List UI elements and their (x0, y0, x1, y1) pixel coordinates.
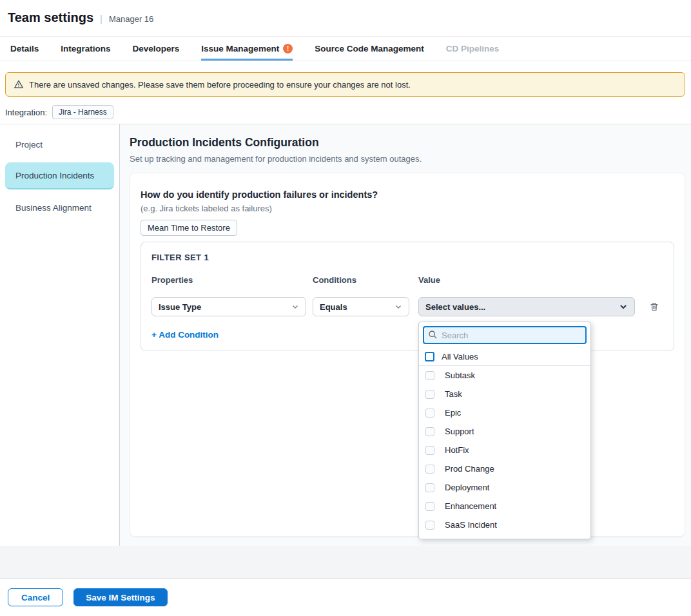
tab-label: Developers (133, 44, 180, 53)
tab-cd-pipelines: CD Pipelines (446, 37, 500, 61)
option-support[interactable]: Support (419, 422, 590, 441)
chevron-down-icon (619, 302, 628, 311)
sidebar-item-business-alignment[interactable]: Business Alignment (5, 194, 114, 221)
tab-integrations[interactable]: Integrations (61, 37, 110, 61)
filter-set-title: FILTER SET 1 (151, 253, 663, 262)
tab-details[interactable]: Details (10, 37, 39, 61)
checkbox-icon[interactable] (425, 502, 434, 511)
checkbox-icon[interactable] (425, 539, 434, 540)
option-hotfix[interactable]: HotFix (419, 441, 590, 459)
option-subtask[interactable]: Subtask (419, 366, 590, 385)
option-prod-change[interactable]: Prod Change (419, 459, 590, 478)
option-deployment[interactable]: Deployment (419, 478, 590, 497)
sidebar-item-label: Business Alignment (15, 203, 92, 213)
value-multiselect[interactable]: Select values... (418, 297, 635, 316)
title-divider: | (100, 13, 102, 24)
filter-set-1: FILTER SET 1 Properties Conditions Value… (141, 242, 674, 351)
value-column-header: Value (418, 275, 635, 285)
add-condition-button[interactable]: + Add Condition (151, 330, 219, 340)
conditions-column-header: Conditions (313, 275, 409, 285)
metric-chip: Mean Time to Restore (141, 220, 237, 236)
property-select[interactable]: Issue Type (151, 297, 306, 316)
cancel-button[interactable]: Cancel (8, 588, 63, 606)
option-epic[interactable]: Epic (419, 403, 590, 422)
sidebar-item-project[interactable]: Project (5, 131, 114, 158)
checkbox-icon[interactable] (425, 465, 434, 474)
option-label: Support (445, 427, 474, 436)
integration-chip: Jira - Harness (52, 105, 113, 119)
config-question: How do you identify production failures … (141, 189, 674, 200)
tab-bar: Details Integrations Developers Issue Ma… (0, 37, 691, 61)
option-customer-notification[interactable]: Customer Notification (419, 534, 590, 539)
tab-label: Details (10, 44, 39, 53)
properties-column-header: Properties (151, 275, 306, 285)
filter-column-headers: Properties Conditions Value (151, 275, 663, 285)
tab-issue-management[interactable]: Issue Management ! (201, 37, 293, 61)
option-enhancement[interactable]: Enhancement (419, 497, 590, 515)
chevron-down-icon (394, 303, 402, 311)
banner-message: There are unsaved changes. Please save t… (29, 80, 411, 90)
property-select-value: Issue Type (159, 302, 201, 312)
section-subtitle: Set up tracking and management for produ… (130, 154, 685, 164)
option-label: Enhancement (445, 501, 496, 511)
unsaved-changes-banner: There are unsaved changes. Please save t… (5, 72, 685, 97)
settings-sidebar: Project Production Incidents Business Al… (0, 124, 120, 546)
option-label: Customer Notification (445, 539, 525, 539)
condition-select[interactable]: Equals (313, 297, 409, 316)
option-all-values[interactable]: All Values (419, 348, 590, 366)
filter-row: Issue Type Equals (151, 297, 663, 316)
sidebar-item-label: Production Incidents (15, 171, 94, 180)
option-label: Task (445, 389, 462, 399)
tab-source-code-management[interactable]: Source Code Management (315, 37, 424, 61)
option-task[interactable]: Task (419, 385, 590, 403)
checkbox-icon[interactable] (425, 390, 434, 399)
team-settings-page: Team settings | Manager 16 Details Integ… (0, 0, 691, 616)
page-header: Team settings | Manager 16 (0, 0, 691, 37)
checkbox-icon[interactable] (425, 371, 434, 380)
integration-row: Integration: Jira - Harness (5, 104, 691, 120)
search-input[interactable] (423, 326, 587, 344)
settings-layout: Project Production Incidents Business Al… (0, 124, 691, 546)
sidebar-item-production-incidents[interactable]: Production Incidents (5, 162, 114, 189)
value-cell: Select values... (418, 297, 635, 316)
save-im-settings-button[interactable]: Save IM Settings (73, 588, 167, 606)
checkbox-icon[interactable] (425, 521, 434, 530)
warning-triangle-icon (14, 79, 24, 90)
section-title: Production Incidents Configuration (130, 136, 685, 149)
option-label: Subtask (445, 371, 475, 380)
checkbox-icon[interactable] (425, 427, 434, 436)
main-content: Production Incidents Configuration Set u… (120, 124, 691, 546)
tab-label: Issue Management (201, 44, 279, 53)
tab-label: Integrations (61, 44, 110, 53)
tab-label: CD Pipelines (446, 44, 500, 53)
footer-spacer (0, 546, 691, 579)
option-label: HotFix (445, 445, 469, 455)
search-icon (428, 330, 438, 342)
option-label: All Values (442, 352, 478, 361)
value-select-placeholder: Select values... (425, 302, 485, 312)
unsaved-warning-badge-icon: ! (283, 44, 293, 53)
value-dropdown-panel: All Values Subtask Task (418, 322, 591, 539)
option-saas-incident[interactable]: SaaS Incident (419, 515, 590, 534)
option-label: Prod Change (445, 464, 494, 474)
chevron-down-icon (291, 303, 299, 311)
condition-select-value: Equals (320, 302, 347, 312)
option-label: Epic (445, 408, 461, 418)
team-name: Manager 16 (109, 14, 153, 24)
checkbox-icon[interactable] (425, 446, 434, 455)
option-label: Deployment (445, 483, 489, 492)
tab-developers[interactable]: Developers (133, 37, 180, 61)
sidebar-item-label: Project (15, 140, 43, 149)
tab-label: Source Code Management (315, 44, 424, 53)
option-label: SaaS Incident (445, 520, 497, 530)
incidents-config-card: How do you identify production failures … (130, 173, 685, 537)
footer-actions: Cancel Save IM Settings (0, 579, 691, 606)
trash-icon (649, 302, 659, 312)
checkbox-icon[interactable] (425, 409, 434, 418)
config-hint: (e.g. Jira tickets labeled as failures) (141, 204, 674, 213)
delete-filter-button[interactable] (649, 302, 659, 312)
page-title: Team settings (8, 10, 93, 25)
dropdown-search (423, 326, 587, 344)
checkbox-icon[interactable] (425, 483, 434, 492)
checkbox-icon[interactable] (425, 352, 434, 361)
